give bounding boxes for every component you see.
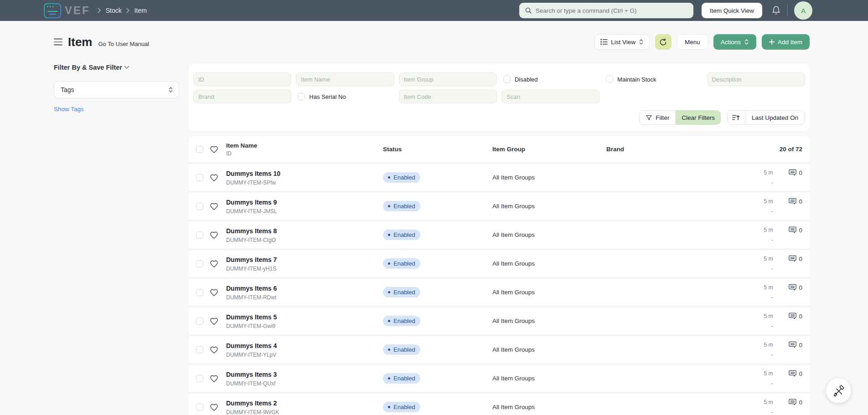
status-label: Enabled bbox=[393, 375, 415, 382]
comment-count[interactable]: 0 bbox=[777, 341, 802, 348]
comment-count[interactable]: 0 bbox=[777, 226, 802, 234]
comment-count[interactable]: 0 bbox=[777, 255, 802, 262]
favorite-heart-icon[interactable] bbox=[210, 374, 226, 383]
sort-direction-button[interactable] bbox=[727, 110, 745, 125]
actions-button[interactable]: Actions bbox=[713, 34, 756, 50]
filter-button[interactable]: Filter bbox=[639, 110, 676, 125]
table-row[interactable]: Dummys Items 2 DUMMY-ITEM-9WGK Enabled A… bbox=[189, 392, 810, 415]
row-checkbox[interactable] bbox=[196, 289, 203, 296]
comment-count[interactable]: 0 bbox=[777, 169, 802, 176]
menu-button[interactable]: Menu bbox=[677, 34, 708, 50]
view-switcher-button[interactable]: List View bbox=[594, 34, 650, 50]
item-name-link[interactable]: Dummys Items 10 bbox=[226, 170, 280, 177]
status-dot-icon bbox=[388, 320, 390, 322]
table-row[interactable]: Dummys Items 10 DUMMY-ITEM-SPfw Enabled … bbox=[189, 162, 810, 191]
sidebar-toggle-icon[interactable] bbox=[54, 36, 62, 47]
status-dot-icon bbox=[388, 205, 390, 207]
row-checkbox[interactable] bbox=[196, 203, 203, 210]
item-name-link[interactable]: Dummys Items 5 bbox=[226, 313, 277, 321]
select-chevrons-icon bbox=[168, 87, 173, 93]
favorite-heart-icon[interactable] bbox=[210, 202, 226, 210]
comment-count-value: 0 bbox=[799, 342, 802, 348]
comment-count[interactable]: 0 bbox=[777, 284, 802, 291]
breadcrumb-item[interactable]: Item bbox=[134, 7, 147, 14]
table-row[interactable]: Dummys Items 3 DUMMY-ITEM-QUxf Enabled A… bbox=[189, 363, 810, 392]
tags-select[interactable]: Tags bbox=[54, 81, 179, 98]
item-name-link[interactable]: Dummys Items 6 bbox=[226, 285, 277, 292]
item-id-text: DUMMY-ITEM-9WGK bbox=[226, 409, 383, 415]
item-id-text: DUMMY-ITEM-YLpV bbox=[226, 352, 383, 358]
global-search[interactable] bbox=[519, 3, 693, 18]
table-row[interactable]: Dummys Items 6 DUMMY-ITEM-RDwt Enabled A… bbox=[189, 277, 810, 306]
chevron-right-icon bbox=[98, 8, 101, 13]
filter-id-input[interactable] bbox=[193, 72, 291, 86]
favorite-heart-icon[interactable] bbox=[210, 260, 226, 268]
filter-scan-input[interactable] bbox=[501, 90, 599, 103]
comment-count[interactable]: 0 bbox=[777, 399, 802, 406]
favorite-heart-icon[interactable] bbox=[210, 403, 226, 411]
item-quick-view-button[interactable]: Item Quick View bbox=[702, 3, 762, 18]
search-input[interactable] bbox=[536, 7, 688, 14]
row-checkbox[interactable] bbox=[196, 375, 203, 382]
table-row[interactable]: Dummys Items 7 DUMMY-ITEM-yH1S Enabled A… bbox=[189, 248, 810, 277]
user-avatar[interactable]: A bbox=[794, 1, 812, 20]
select-all-checkbox[interactable] bbox=[196, 146, 203, 153]
comment-count[interactable]: 0 bbox=[777, 198, 802, 205]
row-checkbox[interactable] bbox=[196, 346, 203, 354]
item-name-link[interactable]: Dummys Items 3 bbox=[226, 371, 277, 378]
comment-count[interactable]: 0 bbox=[777, 313, 802, 320]
list-view-main: Disabled Maintain Stock Has Serial No bbox=[189, 64, 810, 415]
comment-bubble-icon bbox=[789, 399, 796, 406]
status-dot-icon bbox=[388, 377, 390, 379]
filter-description-input[interactable] bbox=[707, 72, 805, 86]
filter-section-toggle[interactable]: Filter By & Save Filter bbox=[54, 64, 179, 71]
add-item-button[interactable]: Add Item bbox=[762, 34, 810, 50]
row-checkbox[interactable] bbox=[196, 404, 203, 411]
breadcrumb-stock[interactable]: Stock bbox=[106, 7, 122, 14]
table-row[interactable]: Dummys Items 8 DUMMY-ITEM-CtgO Enabled A… bbox=[189, 220, 810, 248]
filter-brand-input[interactable] bbox=[193, 90, 291, 103]
favorite-heart-icon[interactable] bbox=[210, 174, 226, 182]
navbar: VEF Stock Item Item Quick View A bbox=[0, 0, 868, 21]
last-modified-text: 5 m bbox=[716, 169, 773, 176]
row-checkbox[interactable] bbox=[196, 174, 203, 181]
favorite-heart-icon[interactable] bbox=[210, 288, 226, 297]
filter-item-name-input[interactable] bbox=[296, 72, 394, 86]
status-badge: Enabled bbox=[383, 258, 420, 269]
result-count[interactable]: 20 of 72 bbox=[716, 146, 802, 153]
item-name-link[interactable]: Dummys Items 8 bbox=[226, 227, 277, 235]
row-checkbox[interactable] bbox=[196, 231, 203, 239]
comment-bubble-icon bbox=[789, 313, 796, 320]
favorites-filter-heart-icon[interactable] bbox=[210, 145, 226, 154]
show-tags-link[interactable]: Show Tags bbox=[54, 106, 84, 113]
favorite-heart-icon[interactable] bbox=[210, 346, 226, 354]
toolbox-floating-button[interactable] bbox=[826, 378, 851, 403]
item-name-link[interactable]: Dummys Items 4 bbox=[226, 342, 277, 349]
user-manual-link[interactable]: Go To User Manual bbox=[98, 41, 149, 47]
notifications-bell-icon[interactable] bbox=[771, 5, 781, 15]
row-checkbox[interactable] bbox=[196, 260, 203, 267]
comment-count[interactable]: 0 bbox=[777, 370, 802, 377]
has-serial-no-checkbox-label[interactable]: Has Serial No bbox=[309, 93, 346, 100]
table-row[interactable]: Dummys Items 5 DUMMY-ITEM-Gwi9 Enabled A… bbox=[189, 306, 810, 334]
clear-filters-button[interactable]: Clear Filters bbox=[676, 110, 721, 125]
table-row[interactable]: Dummys Items 4 DUMMY-ITEM-YLpV Enabled A… bbox=[189, 334, 810, 363]
disabled-checkbox[interactable] bbox=[503, 76, 511, 83]
has-serial-no-checkbox[interactable] bbox=[298, 93, 305, 100]
row-checkbox[interactable] bbox=[196, 318, 203, 325]
favorite-heart-icon[interactable] bbox=[210, 231, 226, 239]
filter-item-code-input[interactable] bbox=[399, 90, 497, 103]
item-name-link[interactable]: Dummys Items 2 bbox=[226, 400, 277, 407]
table-row[interactable]: Dummys Items 9 DUMMY-ITEM-JMSL Enabled A… bbox=[189, 191, 810, 220]
disabled-checkbox-label[interactable]: Disabled bbox=[515, 76, 538, 83]
item-name-link[interactable]: Dummys Items 7 bbox=[226, 256, 277, 263]
sort-field-button[interactable]: Last Updated On bbox=[745, 110, 805, 125]
maintain-stock-checkbox[interactable] bbox=[606, 76, 613, 83]
favorite-heart-icon[interactable] bbox=[210, 317, 226, 325]
item-name-link[interactable]: Dummys Items 9 bbox=[226, 199, 277, 206]
table-header-row: Item Name ID Status Item Group Brand 20 … bbox=[189, 136, 810, 162]
filter-item-group-input[interactable] bbox=[399, 72, 497, 86]
refresh-button[interactable] bbox=[655, 34, 672, 50]
app-logo[interactable]: VEF bbox=[44, 3, 90, 18]
maintain-stock-checkbox-label[interactable]: Maintain Stock bbox=[617, 76, 656, 83]
